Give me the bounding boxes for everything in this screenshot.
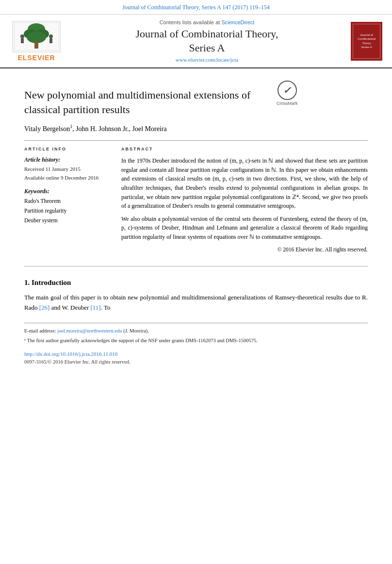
abstract-label: ABSTRACT xyxy=(121,147,368,151)
keyword-2: Partition regularity xyxy=(24,206,112,216)
authors-text: Vitaly Bergelson1, John H. Johnson Jr., … xyxy=(24,125,167,133)
journal-reference-bar: Journal of Combinatorial Theory, Series … xyxy=(0,0,392,15)
intro-text-content: The main goal of this paper is to obtain… xyxy=(24,294,368,311)
svg-rect-5 xyxy=(34,41,38,49)
abstract-paragraph-1: In the 1970s Deuber introduced the notio… xyxy=(121,156,368,211)
svg-point-8 xyxy=(49,34,53,38)
contents-available-line: Contents lists available at ScienceDirec… xyxy=(68,19,346,25)
intro-number: 1. xyxy=(24,279,30,286)
journal-title: Journal of Combinatorial Theory, Series … xyxy=(68,27,346,55)
journal-url[interactable]: www.elsevier.com/locate/jcta xyxy=(68,57,346,63)
reference-11-link[interactable]: [11] xyxy=(91,304,101,311)
abstract-column: ABSTRACT In the 1970s Deuber introduced … xyxy=(121,147,368,254)
history-label: Article history: xyxy=(24,156,112,164)
journal-name-area: Contents lists available at ScienceDirec… xyxy=(68,19,346,63)
article-info-label: ARTICLE INFO xyxy=(24,147,112,151)
email-suffix-text: (J. Moreira). xyxy=(123,328,149,333)
abstract-paragraph-2: We also obtain a polynomial version of t… xyxy=(121,215,368,242)
bottom-copyright: 0097-3165/© 2016 Elsevier Inc. All right… xyxy=(24,359,368,365)
email-label-text: E-mail address: xyxy=(24,328,56,333)
elsevier-brand-text: ELSEVIER xyxy=(17,54,55,62)
intro-title-text: Introduction xyxy=(32,279,71,286)
introduction-heading: 1. Introduction xyxy=(24,279,368,287)
footnote-email: E-mail address: joel.moreira@northwester… xyxy=(24,327,368,335)
available-online-date: Available online 9 December 2016 xyxy=(24,174,112,182)
authors-line: Vitaly Bergelson1, John H. Johnson Jr., … xyxy=(24,124,368,133)
page-header: ELSEVIER Contents lists available at Sci… xyxy=(0,15,392,68)
doi-link[interactable]: http://dx.doi.org/10.1016/j.jcta.2016.11… xyxy=(24,351,117,357)
svg-rect-7 xyxy=(21,38,24,43)
abstract-body-divider xyxy=(24,266,368,266)
crossmark-button[interactable]: ✓ CrossMark xyxy=(277,81,298,106)
abstract-text: In the 1970s Deuber introduced the notio… xyxy=(121,156,368,254)
footnote-divider xyxy=(24,323,368,323)
journal-cover-text: Journal ofCombinatorialTheorySeries A xyxy=(358,33,376,50)
journal-cover-inner: Journal ofCombinatorialTheorySeries A xyxy=(353,24,380,59)
journal-reference-text: Journal of Combinatorial Theory, Series … xyxy=(122,4,270,11)
main-content-area: New polynomial and multidimensional exte… xyxy=(0,68,392,374)
title-row: New polynomial and multidimensional exte… xyxy=(24,78,368,124)
elsevier-logo-area: ELSEVIER xyxy=(10,21,63,62)
keywords-label: Keywords: xyxy=(24,188,112,195)
article-title: New polynomial and multidimensional exte… xyxy=(24,88,267,116)
abstract-copyright: © 2016 Elsevier Inc. All rights reserved… xyxy=(121,246,368,254)
svg-point-6 xyxy=(20,34,24,38)
footnote-1: ¹ The first author gratefully acknowledg… xyxy=(24,337,368,345)
crossmark-label: CrossMark xyxy=(277,101,298,106)
bottom-links-section: http://dx.doi.org/10.1016/j.jcta.2016.11… xyxy=(24,350,368,365)
email-link[interactable]: joel.moreira@northwestern.edu xyxy=(57,328,122,333)
info-abstract-section: ARTICLE INFO Article history: Received 1… xyxy=(24,147,368,254)
reference-26-link[interactable]: [26] xyxy=(39,304,50,311)
keyword-3: Deuber system xyxy=(24,216,112,226)
journal-cover-thumbnail: Journal ofCombinatorialTheorySeries A xyxy=(351,22,382,61)
elsevier-logo-image xyxy=(12,21,61,52)
sciencedirect-link[interactable]: ScienceDirect xyxy=(221,19,254,25)
keyword-1: Rado's Theorem xyxy=(24,197,112,206)
svg-rect-9 xyxy=(49,38,52,43)
article-info-column: ARTICLE INFO Article history: Received 1… xyxy=(24,147,112,254)
introduction-paragraph: The main goal of this paper is to obtain… xyxy=(24,293,368,313)
authors-divider xyxy=(24,140,368,141)
contents-prefix-text: Contents lists available at xyxy=(160,19,220,25)
crossmark-icon: ✓ xyxy=(278,81,297,100)
received-date: Received 11 January 2015 xyxy=(24,165,112,174)
